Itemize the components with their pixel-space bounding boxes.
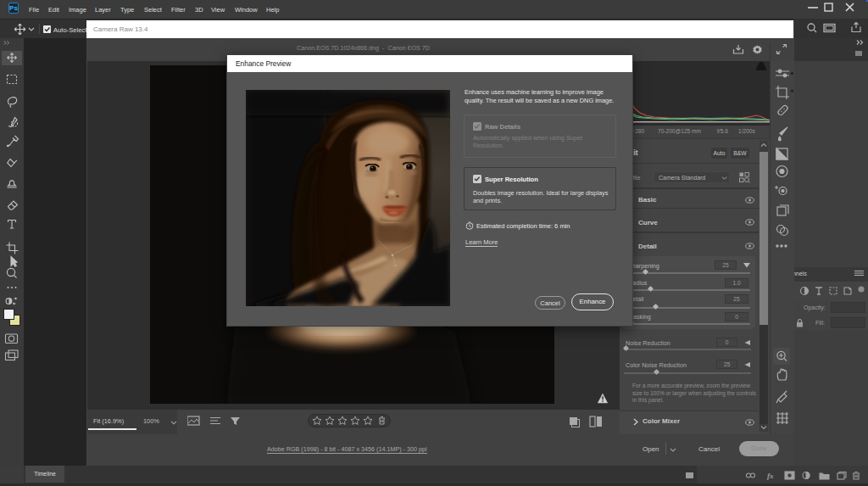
svg-text:fx: fx — [767, 472, 774, 480]
